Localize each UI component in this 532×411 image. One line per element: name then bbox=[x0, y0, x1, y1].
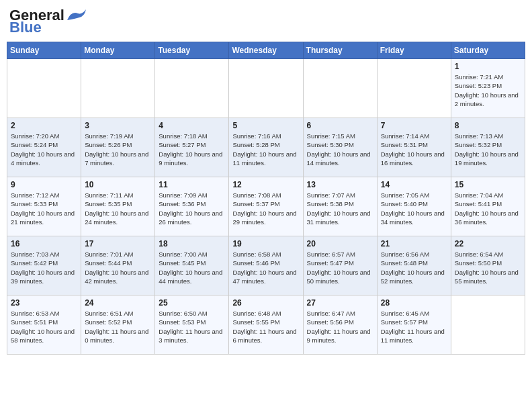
calendar-day-12: 12Sunrise: 7:08 AM Sunset: 5:37 PM Dayli… bbox=[229, 177, 303, 236]
weekday-header-wednesday: Wednesday bbox=[229, 42, 303, 59]
day-info: Sunrise: 7:00 AM Sunset: 5:45 PM Dayligh… bbox=[159, 250, 225, 285]
calendar-week-row: 9Sunrise: 7:12 AM Sunset: 5:33 PM Daylig… bbox=[7, 177, 525, 236]
day-info: Sunrise: 7:16 AM Sunset: 5:28 PM Dayligh… bbox=[232, 132, 299, 167]
calendar-day-4: 4Sunrise: 7:18 AM Sunset: 5:27 PM Daylig… bbox=[155, 118, 229, 177]
day-number: 28 bbox=[381, 298, 447, 308]
day-info: Sunrise: 7:20 AM Sunset: 5:24 PM Dayligh… bbox=[11, 132, 77, 167]
weekday-header-friday: Friday bbox=[377, 42, 451, 59]
calendar-day-8: 8Sunrise: 7:13 AM Sunset: 5:32 PM Daylig… bbox=[451, 118, 525, 177]
calendar-day-15: 15Sunrise: 7:04 AM Sunset: 5:41 PM Dayli… bbox=[451, 177, 525, 236]
calendar-day-28: 28Sunrise: 6:45 AM Sunset: 5:57 PM Dayli… bbox=[377, 295, 451, 355]
day-info: Sunrise: 7:12 AM Sunset: 5:33 PM Dayligh… bbox=[11, 191, 77, 226]
day-info: Sunrise: 6:54 AM Sunset: 5:50 PM Dayligh… bbox=[455, 250, 521, 285]
calendar-day-19: 19Sunrise: 6:58 AM Sunset: 5:46 PM Dayli… bbox=[229, 236, 303, 295]
day-number: 24 bbox=[85, 298, 151, 308]
calendar-day-3: 3Sunrise: 7:19 AM Sunset: 5:26 PM Daylig… bbox=[81, 118, 155, 177]
logo-blue: Blue bbox=[9, 19, 42, 36]
day-info: Sunrise: 7:18 AM Sunset: 5:27 PM Dayligh… bbox=[159, 132, 225, 167]
calendar-day-18: 18Sunrise: 7:00 AM Sunset: 5:45 PM Dayli… bbox=[155, 236, 229, 295]
day-number: 7 bbox=[381, 121, 447, 130]
calendar-day-26: 26Sunrise: 6:48 AM Sunset: 5:55 PM Dayli… bbox=[229, 295, 303, 355]
day-info: Sunrise: 7:08 AM Sunset: 5:37 PM Dayligh… bbox=[232, 191, 299, 226]
calendar-day-10: 10Sunrise: 7:11 AM Sunset: 5:35 PM Dayli… bbox=[81, 177, 155, 236]
day-number: 11 bbox=[159, 180, 225, 189]
weekday-header-monday: Monday bbox=[81, 42, 155, 59]
logo-bird-icon bbox=[66, 8, 90, 23]
day-number: 8 bbox=[455, 121, 521, 130]
calendar-week-row: 2Sunrise: 7:20 AM Sunset: 5:24 PM Daylig… bbox=[7, 118, 525, 177]
calendar-week-row: 16Sunrise: 7:03 AM Sunset: 5:42 PM Dayli… bbox=[7, 236, 525, 295]
calendar-empty-cell bbox=[155, 59, 229, 118]
weekday-header-saturday: Saturday bbox=[451, 42, 525, 59]
day-info: Sunrise: 7:09 AM Sunset: 5:36 PM Dayligh… bbox=[159, 191, 225, 226]
day-info: Sunrise: 6:45 AM Sunset: 5:57 PM Dayligh… bbox=[381, 309, 447, 345]
day-info: Sunrise: 6:48 AM Sunset: 5:55 PM Dayligh… bbox=[232, 309, 299, 345]
weekday-header-sunday: Sunday bbox=[7, 42, 81, 59]
day-info: Sunrise: 7:03 AM Sunset: 5:42 PM Dayligh… bbox=[11, 250, 77, 285]
day-number: 22 bbox=[455, 239, 521, 248]
day-info: Sunrise: 7:13 AM Sunset: 5:32 PM Dayligh… bbox=[455, 132, 521, 167]
calendar-day-7: 7Sunrise: 7:14 AM Sunset: 5:31 PM Daylig… bbox=[377, 118, 451, 177]
day-info: Sunrise: 6:50 AM Sunset: 5:53 PM Dayligh… bbox=[159, 309, 225, 345]
calendar-empty-cell bbox=[229, 59, 303, 118]
day-info: Sunrise: 7:19 AM Sunset: 5:26 PM Dayligh… bbox=[85, 132, 151, 167]
day-info: Sunrise: 6:56 AM Sunset: 5:48 PM Dayligh… bbox=[381, 250, 447, 285]
day-number: 26 bbox=[232, 298, 299, 308]
calendar-day-23: 23Sunrise: 6:53 AM Sunset: 5:51 PM Dayli… bbox=[7, 295, 81, 355]
calendar-day-27: 27Sunrise: 6:47 AM Sunset: 5:56 PM Dayli… bbox=[303, 295, 377, 355]
day-info: Sunrise: 7:15 AM Sunset: 5:30 PM Dayligh… bbox=[307, 132, 373, 167]
calendar-empty-cell bbox=[303, 59, 377, 118]
calendar-empty-cell bbox=[377, 59, 451, 118]
calendar-day-20: 20Sunrise: 6:57 AM Sunset: 5:47 PM Dayli… bbox=[303, 236, 377, 295]
day-number: 18 bbox=[159, 239, 225, 248]
calendar-empty-cell bbox=[7, 59, 81, 118]
weekday-header-tuesday: Tuesday bbox=[155, 42, 229, 59]
weekday-header-row: SundayMondayTuesdayWednesdayThursdayFrid… bbox=[7, 42, 525, 59]
day-number: 13 bbox=[307, 180, 373, 189]
calendar-day-17: 17Sunrise: 7:01 AM Sunset: 5:44 PM Dayli… bbox=[81, 236, 155, 295]
day-number: 9 bbox=[11, 180, 77, 189]
calendar-day-21: 21Sunrise: 6:56 AM Sunset: 5:48 PM Dayli… bbox=[377, 236, 451, 295]
calendar-day-1: 1Sunrise: 7:21 AM Sunset: 5:23 PM Daylig… bbox=[451, 59, 525, 118]
calendar-week-row: 1Sunrise: 7:21 AM Sunset: 5:23 PM Daylig… bbox=[7, 59, 525, 118]
logo: General Blue bbox=[9, 7, 90, 36]
calendar-day-2: 2Sunrise: 7:20 AM Sunset: 5:24 PM Daylig… bbox=[7, 118, 81, 177]
day-number: 1 bbox=[455, 62, 521, 71]
day-number: 21 bbox=[381, 239, 447, 248]
day-info: Sunrise: 6:57 AM Sunset: 5:47 PM Dayligh… bbox=[307, 250, 373, 285]
calendar-empty-cell bbox=[81, 59, 155, 118]
calendar-day-11: 11Sunrise: 7:09 AM Sunset: 5:36 PM Dayli… bbox=[155, 177, 229, 236]
day-number: 3 bbox=[85, 121, 151, 130]
day-number: 23 bbox=[11, 298, 77, 308]
calendar-day-22: 22Sunrise: 6:54 AM Sunset: 5:50 PM Dayli… bbox=[451, 236, 525, 295]
day-info: Sunrise: 7:21 AM Sunset: 5:23 PM Dayligh… bbox=[455, 73, 521, 108]
day-number: 16 bbox=[11, 239, 77, 248]
weekday-header-thursday: Thursday bbox=[303, 42, 377, 59]
day-number: 4 bbox=[159, 121, 225, 130]
day-info: Sunrise: 6:47 AM Sunset: 5:56 PM Dayligh… bbox=[307, 309, 373, 345]
day-number: 25 bbox=[159, 298, 225, 308]
calendar-day-16: 16Sunrise: 7:03 AM Sunset: 5:42 PM Dayli… bbox=[7, 236, 81, 295]
day-number: 15 bbox=[455, 180, 521, 189]
day-number: 14 bbox=[381, 180, 447, 189]
calendar-day-14: 14Sunrise: 7:05 AM Sunset: 5:40 PM Dayli… bbox=[377, 177, 451, 236]
day-info: Sunrise: 7:01 AM Sunset: 5:44 PM Dayligh… bbox=[85, 250, 151, 285]
calendar-week-row: 23Sunrise: 6:53 AM Sunset: 5:51 PM Dayli… bbox=[7, 295, 525, 355]
calendar-day-5: 5Sunrise: 7:16 AM Sunset: 5:28 PM Daylig… bbox=[229, 118, 303, 177]
day-number: 19 bbox=[232, 239, 299, 248]
day-info: Sunrise: 6:58 AM Sunset: 5:46 PM Dayligh… bbox=[232, 250, 299, 285]
day-number: 6 bbox=[307, 121, 373, 130]
calendar-day-13: 13Sunrise: 7:07 AM Sunset: 5:38 PM Dayli… bbox=[303, 177, 377, 236]
calendar-empty-cell bbox=[451, 295, 525, 355]
calendar-day-6: 6Sunrise: 7:15 AM Sunset: 5:30 PM Daylig… bbox=[303, 118, 377, 177]
day-number: 12 bbox=[232, 180, 299, 189]
calendar-day-9: 9Sunrise: 7:12 AM Sunset: 5:33 PM Daylig… bbox=[7, 177, 81, 236]
page-header: General Blue bbox=[7, 7, 525, 36]
day-info: Sunrise: 6:51 AM Sunset: 5:52 PM Dayligh… bbox=[85, 309, 151, 345]
calendar-day-25: 25Sunrise: 6:50 AM Sunset: 5:53 PM Dayli… bbox=[155, 295, 229, 355]
calendar-day-24: 24Sunrise: 6:51 AM Sunset: 5:52 PM Dayli… bbox=[81, 295, 155, 355]
day-number: 20 bbox=[307, 239, 373, 248]
day-info: Sunrise: 6:53 AM Sunset: 5:51 PM Dayligh… bbox=[11, 309, 77, 345]
day-number: 10 bbox=[85, 180, 151, 189]
day-info: Sunrise: 7:05 AM Sunset: 5:40 PM Dayligh… bbox=[381, 191, 447, 226]
